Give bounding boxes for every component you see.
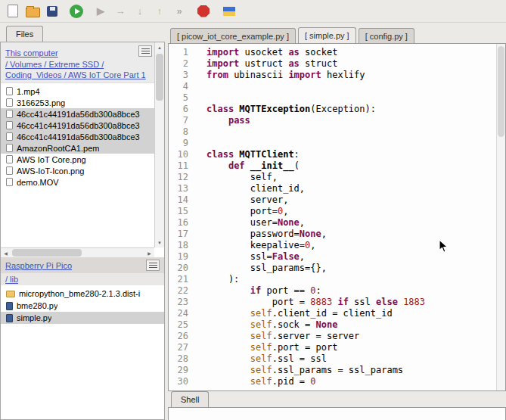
folder-icon xyxy=(6,291,15,297)
line-number: 24 xyxy=(169,308,188,319)
toolbar: ▶→↓↑» xyxy=(0,0,506,23)
step-over-icon[interactable]: → xyxy=(112,3,129,20)
editor-tab[interactable]: [ picow_iot_core_example.py ] xyxy=(170,28,296,43)
pico-path-link[interactable]: / lib xyxy=(1,273,164,285)
code-line: class MQTTException(Exception): xyxy=(206,104,505,115)
line-number-gutter: 1234567891011121314151617181920212223242… xyxy=(169,47,196,387)
code-line: port=0, xyxy=(206,206,505,217)
doc-icon xyxy=(6,132,13,141)
code-line: class MQTTClient: xyxy=(206,149,505,160)
horizontal-scroll-thumb[interactable] xyxy=(12,249,82,257)
file-item[interactable]: micropython_bme280-2.1.3.dist-i xyxy=(1,288,164,300)
file-name: 46cc41c44191da56db300a8bce3 xyxy=(17,121,140,130)
ukraine-flag-icon[interactable] xyxy=(221,3,237,20)
shell-tab-row: Shell xyxy=(168,391,209,407)
doc-icon xyxy=(6,98,13,107)
code-line: port = 8883 if ssl else 1883 xyxy=(206,297,505,308)
code-line: ssl=False, xyxy=(206,251,505,263)
code-line xyxy=(206,138,505,149)
code-line: ): xyxy=(206,274,505,285)
tab-shell[interactable]: Shell xyxy=(171,391,209,407)
hamburger-icon xyxy=(149,263,157,268)
open-folder-icon[interactable] xyxy=(24,3,41,20)
line-number: 23 xyxy=(169,297,188,308)
file-item[interactable]: 46cc41c44191da56db300a8bce3 xyxy=(1,131,154,142)
doc-icon xyxy=(6,178,13,186)
resume-icon[interactable]: » xyxy=(171,3,188,20)
line-number: 27 xyxy=(169,342,188,353)
run-icon[interactable] xyxy=(68,3,85,20)
file-name: 1.mp4 xyxy=(17,87,40,96)
code-line xyxy=(206,92,505,104)
file-item[interactable]: AWS-IoT-Icon.png xyxy=(1,165,154,176)
code-line: pass xyxy=(206,115,505,126)
scroll-left-icon[interactable]: ◀ xyxy=(1,248,11,257)
save-icon[interactable] xyxy=(44,3,61,20)
py-icon xyxy=(6,302,13,310)
pico-file-list: micropython_bme280-2.1.3.dist-ibme280.py… xyxy=(1,288,164,324)
line-number: 16 xyxy=(169,217,188,229)
line-number: 12 xyxy=(169,172,188,183)
line-number: 4 xyxy=(169,81,188,92)
code-line: self.port = port xyxy=(206,342,505,353)
files-panel: This computer / Volumes / Extreme SSD / … xyxy=(0,42,165,420)
code-line: self.sock = None xyxy=(206,319,505,331)
debug-icon[interactable]: ▶ xyxy=(92,3,109,20)
breadcrumb-line-1[interactable]: / Volumes / Extreme SSD / xyxy=(5,59,160,70)
files-menu-button[interactable] xyxy=(138,45,152,57)
file-name: AWS-IoT-Icon.png xyxy=(17,166,84,176)
file-item[interactable]: AmazonRootCA1.pem xyxy=(1,142,154,154)
this-computer-section: This computer / Volumes / Extreme SSD / … xyxy=(1,42,164,257)
file-name: 46cc41c44191da56db300a8bce3 xyxy=(17,110,140,119)
file-item[interactable]: AWS IoT Core.png xyxy=(1,154,154,165)
pico-link[interactable]: Raspberry Pi Pico xyxy=(5,261,72,270)
line-number: 17 xyxy=(169,229,188,240)
tab-files[interactable]: Files xyxy=(6,26,43,42)
file-item[interactable]: simple.py xyxy=(1,312,164,324)
file-item[interactable]: 46cc41c44191da56db300a8bce3 xyxy=(1,108,154,120)
editor-tab[interactable]: [ config.py ] xyxy=(359,28,414,43)
stop-icon[interactable] xyxy=(195,3,212,20)
code-line: import ustruct as struct xyxy=(206,58,505,70)
code-line: from ubinascii import hexlify xyxy=(206,70,505,81)
this-computer-header: This computer / Volumes / Extreme SSD / … xyxy=(1,42,164,83)
line-number: 14 xyxy=(169,194,188,206)
scroll-up-icon[interactable]: ▲ xyxy=(155,42,164,52)
line-number: 25 xyxy=(169,319,188,331)
editor-tab[interactable]: [ simple.py ] xyxy=(298,27,356,43)
file-item[interactable]: bme280.py xyxy=(1,300,164,312)
files-horizontal-scrollbar[interactable]: ◀ ▶ xyxy=(1,247,154,257)
code-line: self.client_id = client_id xyxy=(206,308,505,319)
file-item[interactable]: demo.MOV xyxy=(1,176,154,188)
code-content: import usocket as socketimport ustruct a… xyxy=(196,47,505,387)
new-file-icon[interactable] xyxy=(5,3,21,20)
doc-icon xyxy=(6,87,13,95)
code-line: self.pid = 0 xyxy=(206,376,505,387)
shell-pane[interactable] xyxy=(168,407,506,420)
step-into-icon[interactable]: ↓ xyxy=(132,3,148,20)
file-item[interactable]: 1.mp4 xyxy=(1,86,154,97)
step-out-icon[interactable]: ↑ xyxy=(151,3,168,20)
code-editor[interactable]: 1234567891011121314151617181920212223242… xyxy=(168,43,506,391)
file-item[interactable]: 3166253.png xyxy=(1,97,154,108)
editor-scroll-thumb[interactable] xyxy=(498,46,504,137)
this-computer-link[interactable]: This computer xyxy=(5,48,58,58)
scroll-down-icon[interactable]: ▼ xyxy=(155,238,164,247)
scroll-right-icon[interactable]: ▶ xyxy=(144,248,154,257)
line-number: 5 xyxy=(169,92,188,104)
doc-icon xyxy=(6,144,13,152)
vertical-scroll-thumb[interactable] xyxy=(156,54,163,101)
file-name: simple.py xyxy=(17,313,51,322)
files-vertical-scrollbar[interactable]: ▲ ▼ xyxy=(154,42,164,247)
file-item[interactable]: 46cc41c44191da56db300a8bce3 xyxy=(1,120,154,131)
pico-menu-button[interactable] xyxy=(146,260,160,271)
line-number: 22 xyxy=(169,285,188,297)
files-tab-row: Files xyxy=(0,23,165,42)
breadcrumb-line-2[interactable]: Coding_Videos / AWS IoT Core Part 1 xyxy=(5,70,160,80)
line-number: 18 xyxy=(169,240,188,251)
file-name: 46cc41c44191da56db300a8bce3 xyxy=(17,132,140,142)
file-name: AmazonRootCA1.pem xyxy=(17,144,99,153)
editor-scrollbar[interactable] xyxy=(496,44,505,390)
line-number: 10 xyxy=(169,149,188,160)
computer-file-list: 1.mp43166253.png46cc41c44191da56db300a8b… xyxy=(1,86,154,188)
